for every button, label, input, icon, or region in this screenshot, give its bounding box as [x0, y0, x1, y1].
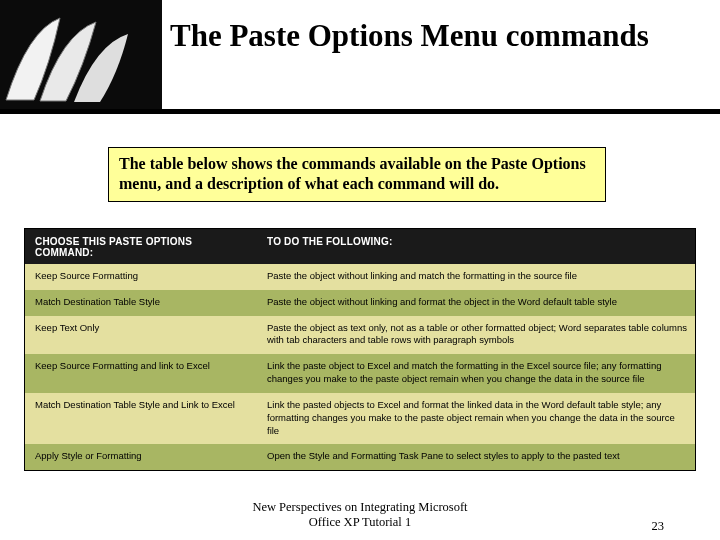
table-cell-description: Link the pasted objects to Excel and for…	[257, 393, 697, 444]
table-row: Keep Source Formatting Paste the object …	[25, 264, 695, 290]
slide: The Paste Options Menu commands The tabl…	[0, 0, 720, 540]
table-cell-command: Keep Text Only	[25, 316, 257, 355]
page-number: 23	[652, 519, 665, 534]
footer-source-line1: New Perspectives on Integrating Microsof…	[252, 500, 467, 514]
table-header-row: CHOOSE THIS PASTE OPTIONS COMMAND: TO DO…	[25, 229, 695, 264]
slide-title: The Paste Options Menu commands	[170, 18, 718, 54]
header-rule	[0, 109, 720, 114]
table-row: Keep Source Formatting and link to Excel…	[25, 354, 695, 393]
table-header-command: CHOOSE THIS PASTE OPTIONS COMMAND:	[25, 229, 257, 264]
intro-text-box: The table below shows the commands avail…	[108, 147, 606, 202]
table-cell-description: Link the paste object to Excel and match…	[257, 354, 697, 393]
table-cell-command: Match Destination Table Style and Link t…	[25, 393, 257, 444]
table-cell-description: Open the Style and Formatting Task Pane …	[257, 444, 697, 470]
table-cell-description: Paste the object without linking and for…	[257, 290, 697, 316]
paste-options-table: CHOOSE THIS PASTE OPTIONS COMMAND: TO DO…	[24, 228, 696, 471]
footer: New Perspectives on Integrating Microsof…	[0, 500, 720, 534]
table-cell-command: Keep Source Formatting	[25, 264, 257, 290]
opera-house-icon	[0, 0, 162, 109]
table-cell-description: Paste the object as text only, not as a …	[257, 316, 697, 355]
table-row: Match Destination Table Style Paste the …	[25, 290, 695, 316]
table-row: Apply Style or Formatting Open the Style…	[25, 444, 695, 470]
table-row: Match Destination Table Style and Link t…	[25, 393, 695, 444]
header-band: The Paste Options Menu commands	[0, 0, 720, 109]
table-cell-command: Match Destination Table Style	[25, 290, 257, 316]
table-header-description: TO DO THE FOLLOWING:	[257, 229, 697, 264]
table-cell-description: Paste the object without linking and mat…	[257, 264, 697, 290]
footer-source: New Perspectives on Integrating Microsof…	[0, 500, 720, 530]
table-cell-command: Apply Style or Formatting	[25, 444, 257, 470]
footer-source-line2: Office XP Tutorial 1	[309, 515, 411, 529]
intro-text: The table below shows the commands avail…	[119, 155, 586, 192]
table-row: Keep Text Only Paste the object as text …	[25, 316, 695, 355]
header-image	[0, 0, 162, 109]
table-cell-command: Keep Source Formatting and link to Excel	[25, 354, 257, 393]
